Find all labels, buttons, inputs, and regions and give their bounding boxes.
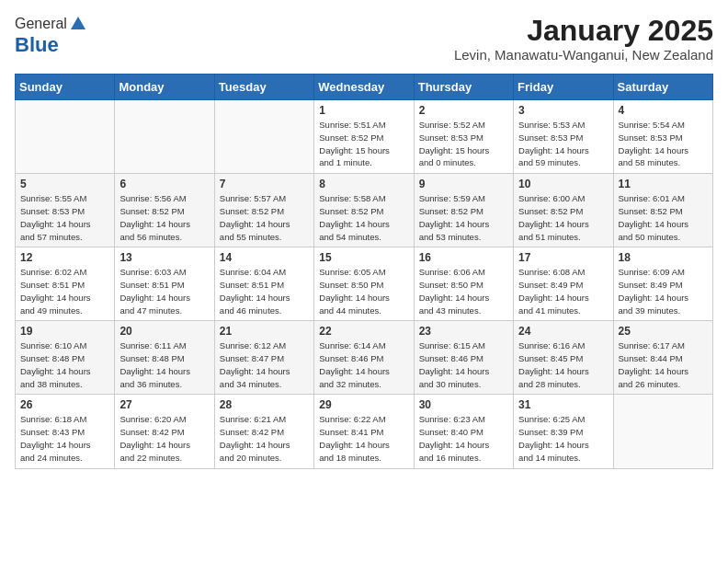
page-header: General Blue January 2025 Levin, Manawat… [15, 15, 713, 63]
svg-marker-0 [71, 17, 85, 29]
day-number: 16 [419, 251, 508, 264]
logo-general-text: General [15, 16, 67, 32]
day-info: Sunrise: 6:14 AMSunset: 8:46 PMDaylight:… [319, 339, 408, 390]
calendar-cell: 8Sunrise: 5:58 AMSunset: 8:52 PMDaylight… [314, 174, 414, 247]
day-number: 4 [619, 104, 708, 117]
day-number: 3 [518, 104, 608, 117]
calendar-cell: 3Sunrise: 5:53 AMSunset: 8:53 PMDaylight… [514, 100, 613, 174]
calendar-cell: 10Sunrise: 6:00 AMSunset: 8:52 PMDayligh… [514, 174, 613, 247]
weekday-header: Monday [115, 75, 214, 100]
day-info: Sunrise: 6:10 AMSunset: 8:48 PMDaylight:… [20, 339, 109, 390]
day-info: Sunrise: 6:08 AMSunset: 8:49 PMDaylight:… [518, 266, 608, 316]
day-info: Sunrise: 6:03 AMSunset: 8:51 PMDaylight:… [119, 266, 209, 316]
day-info: Sunrise: 5:55 AMSunset: 8:53 PMDaylight:… [20, 192, 109, 243]
day-info: Sunrise: 6:22 AMSunset: 8:41 PMDaylight:… [319, 413, 408, 464]
day-info: Sunrise: 5:57 AMSunset: 8:52 PMDaylight:… [220, 192, 309, 243]
day-info: Sunrise: 5:53 AMSunset: 8:53 PMDaylight:… [518, 119, 608, 169]
day-info: Sunrise: 6:01 AMSunset: 8:52 PMDaylight:… [619, 192, 708, 243]
location-text: Levin, Manawatu-Wanganui, New Zealand [454, 47, 713, 63]
calendar-cell: 9Sunrise: 5:59 AMSunset: 8:52 PMDaylight… [414, 174, 513, 247]
calendar-cell: 13Sunrise: 6:03 AMSunset: 8:51 PMDayligh… [115, 247, 214, 321]
calendar-cell: 12Sunrise: 6:02 AMSunset: 8:51 PMDayligh… [16, 247, 115, 321]
calendar-cell: 17Sunrise: 6:08 AMSunset: 8:49 PMDayligh… [514, 247, 613, 321]
day-number: 29 [319, 398, 408, 411]
day-info: Sunrise: 6:04 AMSunset: 8:51 PMDaylight:… [220, 266, 309, 316]
calendar-week-row: 12Sunrise: 6:02 AMSunset: 8:51 PMDayligh… [16, 247, 713, 321]
calendar-week-row: 19Sunrise: 6:10 AMSunset: 8:48 PMDayligh… [16, 321, 713, 395]
calendar-cell: 16Sunrise: 6:06 AMSunset: 8:50 PMDayligh… [414, 247, 513, 321]
day-number: 12 [20, 251, 109, 264]
day-number: 18 [619, 251, 708, 264]
weekday-header: Friday [514, 75, 613, 100]
day-info: Sunrise: 6:11 AMSunset: 8:48 PMDaylight:… [119, 339, 209, 390]
calendar-cell: 26Sunrise: 6:18 AMSunset: 8:43 PMDayligh… [16, 395, 115, 468]
day-info: Sunrise: 6:21 AMSunset: 8:42 PMDaylight:… [220, 413, 309, 464]
calendar-cell: 31Sunrise: 6:25 AMSunset: 8:39 PMDayligh… [514, 395, 613, 468]
calendar-cell [214, 100, 313, 174]
day-info: Sunrise: 6:06 AMSunset: 8:50 PMDaylight:… [419, 266, 508, 316]
weekday-header: Wednesday [314, 75, 414, 100]
day-info: Sunrise: 6:23 AMSunset: 8:40 PMDaylight:… [419, 413, 508, 464]
day-info: Sunrise: 6:02 AMSunset: 8:51 PMDaylight:… [20, 266, 109, 316]
calendar-week-row: 26Sunrise: 6:18 AMSunset: 8:43 PMDayligh… [16, 395, 713, 468]
day-info: Sunrise: 5:58 AMSunset: 8:52 PMDaylight:… [319, 192, 408, 243]
day-number: 9 [419, 178, 508, 190]
day-number: 17 [518, 251, 608, 264]
day-number: 25 [619, 325, 708, 338]
day-number: 26 [20, 398, 109, 411]
logo-icon [69, 15, 87, 33]
day-info: Sunrise: 5:59 AMSunset: 8:52 PMDaylight:… [419, 192, 508, 243]
day-info: Sunrise: 5:51 AMSunset: 8:52 PMDaylight:… [319, 119, 408, 169]
day-number: 10 [518, 178, 608, 190]
day-number: 30 [419, 398, 508, 411]
calendar-cell: 22Sunrise: 6:14 AMSunset: 8:46 PMDayligh… [314, 321, 414, 395]
day-info: Sunrise: 5:54 AMSunset: 8:53 PMDaylight:… [619, 119, 708, 169]
calendar-cell: 14Sunrise: 6:04 AMSunset: 8:51 PMDayligh… [214, 247, 313, 321]
weekday-header: Sunday [16, 75, 115, 100]
day-number: 28 [220, 398, 309, 411]
calendar-cell [613, 395, 712, 468]
day-number: 20 [119, 325, 209, 338]
day-info: Sunrise: 6:25 AMSunset: 8:39 PMDaylight:… [518, 413, 608, 464]
day-number: 31 [518, 398, 608, 411]
day-info: Sunrise: 6:05 AMSunset: 8:50 PMDaylight:… [319, 266, 408, 316]
day-info: Sunrise: 6:15 AMSunset: 8:46 PMDaylight:… [419, 339, 508, 390]
calendar-cell [16, 100, 115, 174]
logo: General Blue [15, 15, 87, 57]
calendar-header-row: SundayMondayTuesdayWednesdayThursdayFrid… [16, 75, 713, 100]
calendar-week-row: 5Sunrise: 5:55 AMSunset: 8:53 PMDaylight… [16, 174, 713, 247]
day-number: 2 [419, 104, 508, 117]
day-number: 13 [119, 251, 209, 264]
day-info: Sunrise: 6:16 AMSunset: 8:45 PMDaylight:… [518, 339, 608, 390]
calendar-cell: 11Sunrise: 6:01 AMSunset: 8:52 PMDayligh… [613, 174, 712, 247]
day-info: Sunrise: 6:20 AMSunset: 8:42 PMDaylight:… [119, 413, 209, 464]
calendar-cell: 29Sunrise: 6:22 AMSunset: 8:41 PMDayligh… [314, 395, 414, 468]
calendar-cell: 15Sunrise: 6:05 AMSunset: 8:50 PMDayligh… [314, 247, 414, 321]
calendar-cell: 21Sunrise: 6:12 AMSunset: 8:47 PMDayligh… [214, 321, 313, 395]
calendar-table: SundayMondayTuesdayWednesdayThursdayFrid… [15, 74, 713, 468]
calendar-week-row: 1Sunrise: 5:51 AMSunset: 8:52 PMDaylight… [16, 100, 713, 174]
logo-blue-text: Blue [15, 33, 59, 57]
month-title: January 2025 [454, 15, 713, 47]
day-info: Sunrise: 6:18 AMSunset: 8:43 PMDaylight:… [20, 413, 109, 464]
calendar-cell: 5Sunrise: 5:55 AMSunset: 8:53 PMDaylight… [16, 174, 115, 247]
day-number: 6 [119, 178, 209, 190]
day-number: 1 [319, 104, 408, 117]
day-number: 23 [419, 325, 508, 338]
calendar-cell: 30Sunrise: 6:23 AMSunset: 8:40 PMDayligh… [414, 395, 513, 468]
day-number: 11 [619, 178, 708, 190]
day-info: Sunrise: 6:17 AMSunset: 8:44 PMDaylight:… [619, 339, 708, 390]
calendar-cell: 18Sunrise: 6:09 AMSunset: 8:49 PMDayligh… [613, 247, 712, 321]
calendar-cell: 4Sunrise: 5:54 AMSunset: 8:53 PMDaylight… [613, 100, 712, 174]
day-number: 14 [220, 251, 309, 264]
day-info: Sunrise: 6:09 AMSunset: 8:49 PMDaylight:… [619, 266, 708, 316]
calendar-cell: 28Sunrise: 6:21 AMSunset: 8:42 PMDayligh… [214, 395, 313, 468]
weekday-header: Saturday [613, 75, 712, 100]
calendar-cell: 23Sunrise: 6:15 AMSunset: 8:46 PMDayligh… [414, 321, 513, 395]
day-info: Sunrise: 6:12 AMSunset: 8:47 PMDaylight:… [220, 339, 309, 390]
calendar-cell: 25Sunrise: 6:17 AMSunset: 8:44 PMDayligh… [613, 321, 712, 395]
day-number: 24 [518, 325, 608, 338]
calendar-cell: 7Sunrise: 5:57 AMSunset: 8:52 PMDaylight… [214, 174, 313, 247]
weekday-header: Thursday [414, 75, 513, 100]
calendar-cell: 2Sunrise: 5:52 AMSunset: 8:53 PMDaylight… [414, 100, 513, 174]
